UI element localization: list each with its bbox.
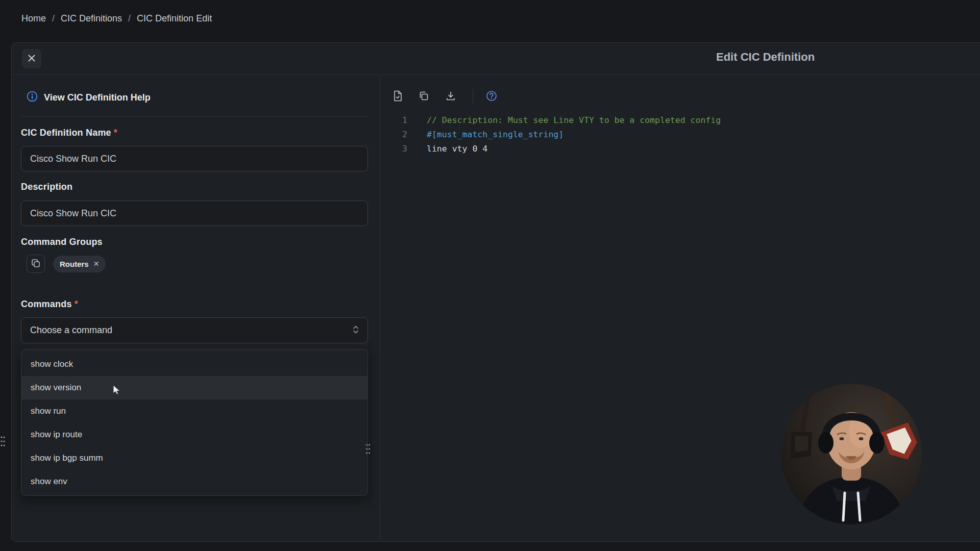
breadcrumb-separator: / bbox=[52, 13, 55, 24]
code-line: 1 // Description: Must see Line VTY to b… bbox=[387, 113, 975, 128]
file-button[interactable] bbox=[388, 87, 407, 106]
option-show-clock[interactable]: show clock bbox=[21, 353, 368, 376]
resize-handle[interactable] bbox=[364, 442, 372, 458]
option-show-run[interactable]: show run bbox=[21, 399, 368, 423]
tag-routers[interactable]: Routers ✕ bbox=[53, 256, 106, 272]
chevron-updown-icon bbox=[352, 324, 359, 337]
copy-icon bbox=[419, 91, 429, 103]
required-marker: * bbox=[75, 299, 78, 309]
line-number: 1 bbox=[387, 113, 407, 128]
breadcrumb-separator: / bbox=[128, 13, 131, 24]
required-marker: * bbox=[114, 128, 117, 138]
page-title: Edit CIC Definition bbox=[716, 51, 815, 64]
commands-dropdown: show clock show version show run show ip… bbox=[21, 349, 368, 496]
toolbar-separator bbox=[473, 89, 473, 104]
copy-button[interactable] bbox=[414, 87, 433, 106]
option-show-version[interactable]: show version bbox=[21, 376, 368, 399]
command-groups-field: Routers ✕ bbox=[27, 255, 106, 273]
view-help-link[interactable]: View CIC Definition Help bbox=[27, 91, 151, 104]
breadcrumb-cic-definition-edit: CIC Definition Edit bbox=[137, 13, 212, 24]
mouse-cursor bbox=[111, 384, 122, 397]
commands-select[interactable]: Choose a command bbox=[21, 317, 368, 343]
code-text: line vty 0 4 bbox=[427, 142, 487, 156]
name-label: CIC Definition Name* bbox=[21, 128, 117, 138]
editor-help-button[interactable] bbox=[482, 87, 501, 106]
page: Home / CIC Definitions / CIC Definition … bbox=[0, 0, 980, 551]
breadcrumb-cic-definitions[interactable]: CIC Definitions bbox=[61, 13, 122, 24]
file-icon bbox=[393, 90, 403, 103]
drag-handle-left[interactable] bbox=[0, 435, 6, 450]
column-divider bbox=[380, 74, 380, 541]
layers-icon bbox=[31, 258, 41, 270]
code-text: #[must_match_single_string] bbox=[427, 128, 564, 142]
code-line: 2 #[must_match_single_string] bbox=[387, 128, 975, 142]
breadcrumb-home[interactable]: Home bbox=[21, 13, 46, 24]
section-divider bbox=[21, 116, 368, 117]
download-button[interactable] bbox=[442, 87, 460, 106]
header-divider bbox=[12, 74, 980, 75]
webcam-overlay bbox=[781, 384, 922, 524]
option-show-env[interactable]: show env bbox=[21, 470, 368, 493]
description-input[interactable] bbox=[21, 201, 368, 226]
info-icon bbox=[27, 91, 38, 104]
line-number: 2 bbox=[387, 128, 407, 142]
code-line: 3 line vty 0 4 bbox=[387, 142, 975, 156]
breadcrumb: Home / CIC Definitions / CIC Definition … bbox=[21, 13, 212, 24]
code-text: // Description: Must see Line VTY to be … bbox=[427, 113, 721, 128]
option-show-ip-bgp-summ[interactable]: show ip bgp summ bbox=[21, 446, 368, 470]
description-label: Description bbox=[21, 182, 72, 192]
command-groups-label: Command Groups bbox=[21, 237, 103, 247]
commands-select-value: Choose a command bbox=[30, 325, 112, 336]
command-groups-button[interactable] bbox=[27, 255, 45, 273]
tag-remove-icon[interactable]: ✕ bbox=[93, 260, 100, 268]
commands-label: Commands* bbox=[21, 299, 78, 310]
help-link-label: View CIC Definition Help bbox=[44, 92, 151, 103]
close-icon bbox=[28, 54, 36, 64]
line-number: 3 bbox=[387, 142, 407, 156]
name-input[interactable] bbox=[21, 146, 368, 171]
tag-label: Routers bbox=[60, 260, 89, 268]
help-icon bbox=[486, 90, 497, 103]
close-button[interactable] bbox=[22, 49, 41, 68]
download-icon bbox=[446, 91, 456, 103]
option-show-ip-route[interactable]: show ip route bbox=[21, 423, 368, 446]
code-editor[interactable]: 1 // Description: Must see Line VTY to b… bbox=[387, 113, 975, 156]
